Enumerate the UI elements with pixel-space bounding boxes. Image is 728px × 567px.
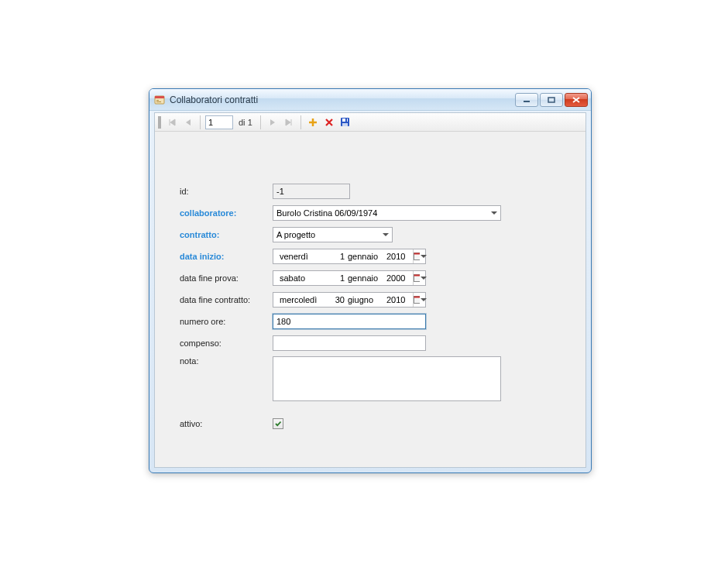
label-attivo: attivo:: [180, 419, 273, 428]
app-icon: [154, 94, 165, 105]
nav-first-button[interactable]: [165, 115, 179, 130]
window-title: Collaboratori contratti: [170, 94, 515, 105]
svg-rect-11: [414, 253, 421, 255]
nav-total-label: di 1: [235, 118, 256, 127]
label-collaboratore: collaboratore:: [180, 208, 273, 218]
svg-rect-3: [156, 101, 161, 102]
svg-rect-13: [414, 275, 421, 277]
svg-rect-5: [548, 98, 555, 102]
close-button[interactable]: [565, 93, 588, 107]
nota-field[interactable]: [273, 356, 501, 401]
contratto-combo[interactable]: A progetto: [273, 227, 393, 242]
calendar-icon[interactable]: [413, 293, 427, 307]
label-data-inizio: data inizio:: [180, 252, 273, 261]
attivo-checkbox[interactable]: [273, 418, 283, 429]
svg-rect-2: [156, 100, 159, 101]
data-inizio-picker[interactable]: venerdì 1 gennaio 2010: [273, 249, 426, 264]
svg-rect-4: [524, 101, 530, 102]
label-numero-ore: numero ore:: [180, 317, 273, 326]
nav-next-button[interactable]: [266, 115, 280, 130]
toolbar-grip: [158, 116, 161, 129]
collaboratore-combo[interactable]: Burolo Cristina 06/09/1974: [273, 205, 501, 221]
form-area: id: collaboratore: Burolo Cristina 06/09…: [155, 132, 585, 452]
calendar-icon[interactable]: [413, 271, 427, 285]
binding-navigator: di 1: [155, 113, 585, 132]
minimize-button[interactable]: [515, 93, 538, 107]
label-id: id:: [180, 187, 273, 196]
id-field: [273, 184, 350, 199]
calendar-icon[interactable]: [413, 249, 427, 263]
svg-rect-15: [414, 297, 421, 298]
label-nota: nota:: [180, 356, 273, 366]
separator: [260, 115, 261, 129]
chevron-down-icon: [488, 206, 500, 220]
nav-last-button[interactable]: [282, 115, 296, 130]
label-contratto: contratto:: [180, 230, 273, 239]
titlebar[interactable]: Collaboratori contratti: [149, 89, 591, 111]
delete-button[interactable]: [322, 115, 336, 130]
data-fine-prova-picker[interactable]: sabato 1 gennaio 2000: [273, 270, 426, 286]
save-button[interactable]: [338, 115, 352, 130]
label-compenso: compenso:: [180, 338, 273, 348]
separator: [200, 115, 201, 129]
add-new-button[interactable]: [306, 115, 320, 130]
nav-position-input[interactable]: [205, 115, 233, 129]
compenso-field[interactable]: [273, 335, 426, 351]
label-data-fine-contratto: data fine contratto:: [180, 295, 273, 304]
client-area: di 1 id:: [154, 112, 586, 468]
collaboratore-value: Burolo Cristina 06/09/1974: [273, 208, 488, 218]
svg-rect-1: [155, 96, 164, 98]
maximize-button[interactable]: [540, 93, 563, 107]
label-data-fine-prova: data fine prova:: [180, 273, 273, 283]
svg-rect-8: [342, 123, 348, 126]
data-fine-contratto-picker[interactable]: mercoledì 30 giugno 2010: [273, 292, 426, 308]
chevron-down-icon: [379, 228, 392, 242]
separator: [300, 115, 301, 129]
app-window: Collaboratori contratti di: [149, 88, 592, 473]
nav-prev-button[interactable]: [181, 115, 195, 130]
contratto-value: A progetto: [273, 230, 379, 239]
numero-ore-field[interactable]: [273, 314, 426, 329]
svg-rect-9: [345, 119, 347, 122]
